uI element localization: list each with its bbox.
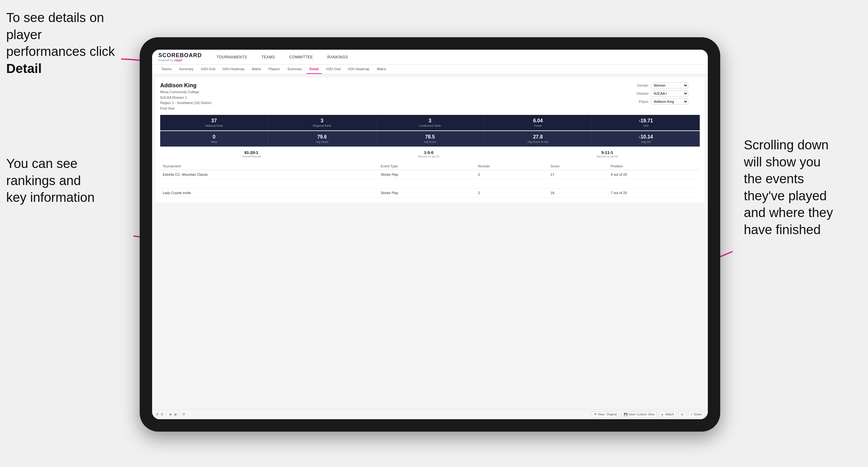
table-row[interactable]: Estrella CC- Mountain Classic Stroke Pla…: [160, 170, 700, 179]
sub-nav: Teams Summary H2H Grid H2H Heatmap Matri…: [152, 65, 708, 74]
save-custom-button[interactable]: 💾 Save Custom View: [621, 411, 657, 417]
col-score: Score: [548, 162, 608, 170]
toolbar-fit-icon[interactable]: ⊞: [174, 413, 177, 416]
gender-label: Gender: [631, 84, 649, 87]
tab-h2h-heatmap2[interactable]: H2H Heatmap: [345, 65, 373, 74]
watch-button[interactable]: ⏵ Watch: [659, 411, 676, 417]
cell-rounds-1: 2: [475, 170, 548, 179]
regional-rank-value: 3: [270, 118, 374, 124]
avg-sg-value: -10.14: [594, 134, 698, 140]
col-rounds: Rounds: [475, 162, 548, 170]
player-select[interactable]: Addison King: [651, 98, 688, 105]
tournament-table-body: Estrella CC- Mountain Classic Stroke Pla…: [160, 170, 700, 197]
avg-score-par-label: Avg Score to Par: [486, 141, 590, 144]
record-top25-label: Record vs top 25: [418, 155, 439, 158]
tab-players[interactable]: Players: [266, 65, 283, 74]
table-row[interactable]: Lady Coyote Invite Stroke Play 2 16 7 ou…: [160, 188, 700, 197]
player-division: NJCAA Division 1: [160, 95, 211, 101]
adj-score-value: 78.5: [378, 134, 482, 140]
toolbar-clock-icon[interactable]: ⏱: [182, 413, 185, 416]
player-region: Region 1 - Southwest (18) District: [160, 100, 211, 106]
tab-matrix[interactable]: Matrix: [249, 65, 264, 74]
toolbar-zoom-icon[interactable]: ⊕: [169, 413, 172, 416]
share-icon: ↗: [690, 413, 692, 416]
division-label: Division: [631, 92, 649, 95]
stat-national-rank: 37 National Rank: [160, 115, 268, 130]
tab-detail[interactable]: Detail: [306, 65, 322, 74]
record-top25-value: 1-5-0: [418, 150, 439, 155]
gender-filter-row: Gender Women: [631, 82, 700, 89]
nav-rankings[interactable]: RANKINGS: [325, 54, 350, 61]
tournament-table: Tournament Event Type Rounds Score Posit…: [160, 162, 700, 197]
tab-h2h-grid2[interactable]: H2H Grid: [323, 65, 344, 74]
nav-teams[interactable]: TEAMS: [259, 54, 278, 61]
nav-tournaments[interactable]: TOURNAMENTS: [214, 54, 250, 61]
division-select[interactable]: NJCAA I: [651, 90, 688, 97]
view-original-button[interactable]: 👁 View: Original: [592, 411, 619, 417]
division-filter-row: Division NJCAA I: [631, 90, 700, 97]
player-name: Addison King: [160, 82, 211, 89]
gender-select[interactable]: Women: [651, 82, 688, 89]
record-overall-label: Overall Record: [242, 155, 261, 158]
cell-tournament-empty: [160, 179, 378, 188]
save-icon: 💾: [624, 413, 627, 416]
cell-score-empty: [548, 179, 608, 188]
toolbar-undo-icon[interactable]: ↺: [156, 413, 158, 416]
avg-score-label: Avg Score: [270, 141, 374, 144]
main-content[interactable]: Addison King Mesa Community College NJCA…: [152, 74, 708, 409]
tab-h2h-grid[interactable]: H2H Grid: [198, 65, 218, 74]
table-header-row: Tournament Event Type Rounds Score Posit…: [160, 162, 700, 170]
top-nav: SCOREBOARD Powered by clippd TOURNAMENTS…: [152, 50, 708, 65]
annotation-topleft: To see details on player performances cl…: [6, 9, 124, 77]
avg-score-value: 79.6: [270, 134, 374, 140]
stat-points: 6.04 Points: [484, 115, 592, 130]
col-position: Position: [608, 162, 700, 170]
annotation-bottomleft: You can seerankings andkey information: [6, 155, 124, 206]
cell-score-1: 17: [548, 170, 608, 179]
conference-rank-value: 3: [378, 118, 482, 124]
player-info: Addison King Mesa Community College NJCA…: [160, 82, 211, 111]
sos-value: -19.71: [594, 118, 698, 124]
stats-row-2: 0 Wins 79.6 Avg Score 78.5 Adj Score 2: [160, 131, 700, 147]
tab-summary[interactable]: Summary: [176, 65, 196, 74]
stat-avg-score-par: 27.8 Avg Score to Par: [484, 131, 592, 147]
watch-icon: ⏵: [661, 413, 664, 416]
cell-event-type-1: Stroke Play: [378, 170, 475, 179]
nav-committee[interactable]: COMMITTEE: [287, 54, 316, 61]
sos-label: SoS: [594, 124, 698, 127]
cell-event-type-2: Stroke Play: [378, 188, 475, 197]
content-panel: Addison King Mesa Community College NJCA…: [155, 77, 705, 203]
stats-row-1: 37 National Rank 3 Regional Rank 3 Confe…: [160, 115, 700, 130]
annotation-bottomright: Scrolling downwill show youthe eventsthe…: [744, 136, 862, 239]
logo-powered: Powered by clippd: [158, 59, 202, 62]
cell-event-empty: [378, 179, 475, 188]
tab-teams[interactable]: Teams: [158, 65, 175, 74]
player-filters: Gender Women Division NJCAA I: [631, 82, 700, 105]
player-label: Player: [631, 100, 649, 103]
annotation-detail-bold: Detail: [6, 61, 41, 76]
share-button[interactable]: ↗ Share: [688, 411, 704, 417]
tab-h2h-heatmap[interactable]: H2H Heatmap: [219, 65, 247, 74]
player-header: Addison King Mesa Community College NJCA…: [160, 82, 700, 111]
cell-position-2: 7 out of 20: [608, 188, 700, 197]
cell-tournament-1: Estrella CC- Mountain Classic: [160, 170, 378, 179]
table-row[interactable]: [160, 179, 700, 188]
national-rank-label: National Rank: [162, 124, 266, 127]
bottom-toolbar: ↺ ↻ | ⊕ ⊞ | ⏱ 👁 View: Original 💾 Save Cu…: [152, 409, 708, 419]
tablet-frame: SCOREBOARD Powered by clippd TOURNAMENTS…: [140, 37, 720, 432]
player-year: First Year: [160, 106, 211, 112]
tab-summary2[interactable]: Summary: [284, 65, 305, 74]
tab-matrix2[interactable]: Matrix: [374, 65, 389, 74]
record-top50-label: Record vs top 50: [597, 155, 618, 158]
stat-avg-score: 79.6 Avg Score: [268, 131, 376, 147]
regional-rank-label: Regional Rank: [270, 124, 374, 127]
view-icon: 👁: [594, 413, 597, 416]
points-value: 6.04: [486, 118, 590, 124]
record-overall-value: 91-20-1: [242, 150, 261, 155]
cell-score-2: 16: [548, 188, 608, 197]
layout-button[interactable]: ⊡: [679, 411, 685, 417]
toolbar-redo-icon[interactable]: ↻: [161, 413, 163, 416]
avg-score-par-value: 27.8: [486, 134, 590, 140]
cell-rounds-2: 2: [475, 188, 548, 197]
app-container: SCOREBOARD Powered by clippd TOURNAMENTS…: [152, 50, 708, 419]
